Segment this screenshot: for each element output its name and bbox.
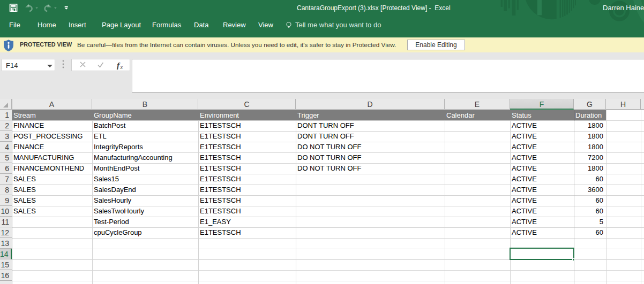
svg-text:x: x bbox=[120, 64, 123, 70]
